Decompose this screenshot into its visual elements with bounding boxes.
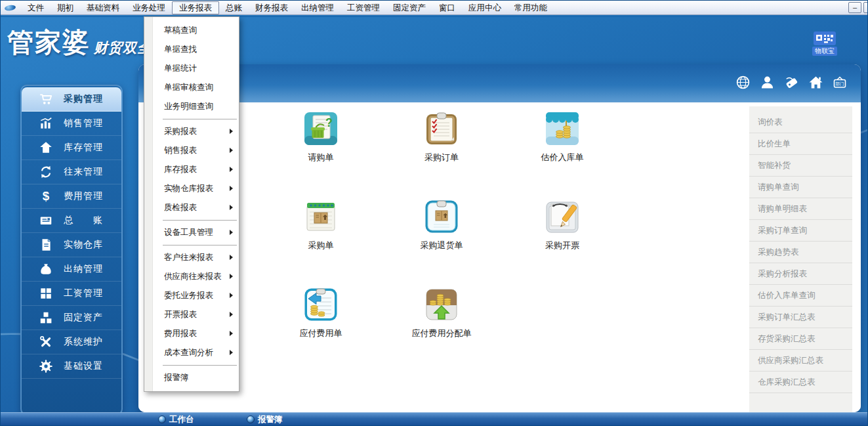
dropdown-item[interactable]: 报警簿	[144, 368, 239, 387]
minimize-button[interactable]: –	[848, 2, 861, 13]
shortcut-request-purchase[interactable]: ? 请购单	[260, 112, 381, 200]
menubar-item[interactable]: 业务报表	[172, 1, 219, 14]
submenu-arrow-icon	[230, 129, 233, 134]
sync-icon	[39, 165, 53, 179]
shortcut-purchase-invoice[interactable]: 采购开票	[502, 200, 623, 288]
dropdown-item[interactable]: 质检报表	[144, 198, 239, 217]
home-icon[interactable]	[808, 74, 823, 90]
shortcut-purchase-return[interactable]: 采购退货单	[381, 200, 502, 288]
department-sign-icon[interactable]: 部门	[832, 74, 848, 90]
shortcut-label: 请购单	[308, 152, 334, 163]
report-list-item[interactable]: 估价入库单查询	[749, 285, 852, 307]
blocks-icon	[39, 310, 53, 325]
shortcut-valuation-inbound[interactable]: 估价入库单	[502, 112, 623, 200]
menubar-item[interactable]: 财务报表	[249, 1, 295, 14]
bottom-tab[interactable]: 报警簿	[247, 413, 283, 426]
submenu-arrow-icon	[230, 255, 233, 260]
report-list-item[interactable]: 比价生单	[749, 133, 852, 155]
iot-badge[interactable]: 物联宝	[812, 32, 837, 56]
sidebar-item[interactable]: 固定资产	[22, 306, 121, 330]
sidebar-item[interactable]: 库存管理	[22, 136, 121, 160]
sidebar-item[interactable]: $ 费用管理	[22, 184, 121, 209]
dropdown-item-label: 费用报表	[164, 329, 197, 338]
sidebar-item[interactable]: 往来管理	[22, 160, 121, 184]
menubar: 文件期初基础资料业务处理业务报表总账财务报表出纳管理工资管理固定资产窗口应用中心…	[1, 1, 867, 15]
brand-sub-text: 财贸双全	[94, 39, 152, 57]
shortcut-label: 采购退货单	[421, 240, 463, 251]
dropdown-item[interactable]: 业务明细查询	[144, 97, 239, 116]
dropdown-item[interactable]: 费用报表	[144, 324, 239, 343]
sidebar-item[interactable]: 基础设置	[22, 354, 121, 379]
menubar-item[interactable]: 窗口	[432, 1, 462, 14]
bottom-tab[interactable]: 工作台	[158, 413, 194, 426]
menubar-item[interactable]: 常用功能	[508, 1, 554, 14]
submenu-arrow-icon	[230, 230, 233, 235]
menubar-item[interactable]: 固定资产	[386, 1, 432, 14]
dropdown-item[interactable]: 客户往来报表	[144, 248, 239, 267]
shortcut-purchase[interactable]: 采购单	[260, 200, 381, 288]
menubar-item[interactable]: 基础资料	[80, 1, 126, 14]
menubar-item[interactable]: 期初	[51, 1, 80, 14]
menubar-item[interactable]: 出纳管理	[295, 1, 341, 14]
sidebar-item[interactable]: 实物仓库	[22, 233, 121, 257]
sidebar-item[interactable]: 总 账	[22, 209, 121, 233]
dropdown-item[interactable]: 实物仓库报表	[144, 179, 239, 198]
sidebar-item[interactable]: 出纳管理	[22, 257, 121, 282]
brand-main-text: 管家婆	[7, 24, 90, 60]
sidebar-item[interactable]: 工资管理	[22, 282, 121, 306]
sidebar-item-label: 采购管理	[64, 93, 103, 105]
dropdown-item[interactable]: 委托业务报表	[144, 286, 239, 305]
sidebar-item-label: 实物仓库	[64, 239, 103, 251]
dropdown-separator	[163, 220, 237, 221]
window-button-partial[interactable]	[863, 2, 868, 13]
submenu-arrow-icon	[230, 167, 233, 172]
report-list-item[interactable]: 供应商采购汇总表	[749, 350, 852, 372]
dropdown-item[interactable]: 设备工具管理	[144, 223, 239, 242]
menubar-item[interactable]: 文件	[21, 1, 51, 14]
dropdown-item[interactable]: 库存报表	[144, 160, 239, 179]
dropdown-item[interactable]: 草稿查询	[144, 21, 239, 40]
sidebar-item[interactable]: 采购管理	[22, 87, 121, 112]
dropdown-item[interactable]: 销售报表	[144, 141, 239, 160]
sidebar-item-label: 基础设置	[64, 360, 103, 372]
report-list-item[interactable]: 请购单明细表	[749, 198, 852, 220]
report-list-item[interactable]: 请购单查询	[749, 177, 852, 198]
purchase-icon	[304, 200, 338, 236]
report-list-item[interactable]: 采购订单查询	[749, 220, 852, 242]
submenu-arrow-icon	[230, 274, 233, 279]
dropdown-item[interactable]: 单据查找	[144, 40, 239, 59]
dropdown-item[interactable]: 开票报表	[144, 305, 239, 324]
report-list-item[interactable]: 智能补货	[749, 155, 852, 177]
report-list-item[interactable]: 询价表	[749, 112, 852, 133]
menubar-item[interactable]: 业务处理	[126, 1, 172, 14]
tag-icon[interactable]	[783, 74, 799, 90]
report-list-item[interactable]: 仓库采购汇总表	[749, 372, 852, 393]
dropdown-item[interactable]: 成本查询分析	[144, 343, 239, 362]
sidebar-item-label: 费用管理	[64, 190, 103, 202]
shortcut-purchase-order[interactable]: 采购订单	[381, 112, 502, 200]
dropdown-item[interactable]: 采购报表	[144, 122, 239, 141]
sidebar-item[interactable]: 系统维护	[22, 330, 121, 354]
sidebar-item-label: 库存管理	[64, 142, 103, 154]
sidebar-item[interactable]: 销售管理	[22, 112, 121, 136]
dropdown-item-label: 报警簿	[164, 373, 189, 382]
menubar-item[interactable]: 工资管理	[341, 1, 386, 14]
report-list-item[interactable]: 采购趋势表	[749, 242, 852, 263]
shortcut-payable-expense[interactable]: 应付费用单	[260, 288, 381, 375]
dropdown-item[interactable]: 供应商往来报表	[144, 267, 239, 286]
user-icon[interactable]	[759, 74, 775, 90]
report-list-item[interactable]: 存货采购汇总表	[749, 328, 852, 350]
purchase-return-icon	[424, 200, 459, 236]
request-purchase-icon: ?	[304, 112, 338, 148]
globe-icon[interactable]	[735, 74, 751, 90]
menubar-item[interactable]: 应用中心	[462, 1, 508, 14]
dropdown-items: 草稿查询单据查找单据统计单据审核查询业务明细查询采购报表销售报表库存报表实物仓库…	[144, 21, 239, 387]
menubar-item[interactable]: 总账	[219, 1, 249, 14]
dropdown-item[interactable]: 单据统计	[144, 59, 239, 78]
dropdown-item[interactable]: 单据审核查询	[144, 78, 239, 97]
payable-expense-icon	[304, 288, 338, 324]
report-list-item[interactable]: 采购分析报表	[749, 263, 852, 285]
shortcut-payable-allocation[interactable]: 应付费用分配单	[381, 288, 502, 375]
shortcut-label: 采购开票	[545, 240, 579, 251]
report-list-item[interactable]: 采购订单汇总表	[749, 307, 852, 328]
